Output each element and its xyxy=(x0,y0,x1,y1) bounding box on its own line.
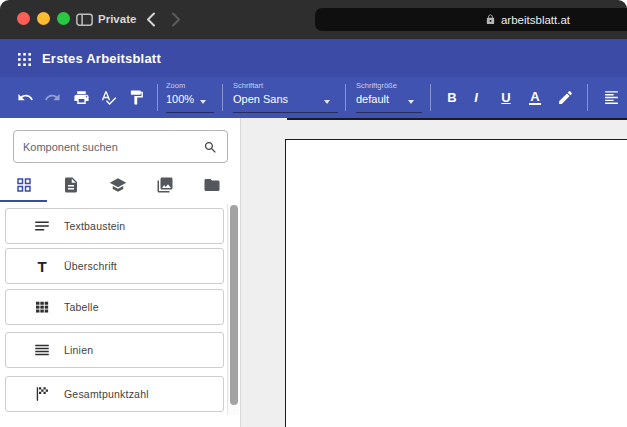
toolbar-divider xyxy=(222,84,223,111)
zoom-window-button[interactable] xyxy=(57,12,70,25)
font-size-dropdown[interactable]: Schriftgröße default xyxy=(356,81,422,113)
component-label: Überschrift xyxy=(64,260,117,272)
title-letter-icon: T xyxy=(32,256,52,276)
grid-view-icon xyxy=(15,176,33,194)
apps-grid-icon[interactable] xyxy=(18,52,31,70)
component-card-ueberschrift[interactable]: T Überschrift xyxy=(5,248,224,284)
page-title: Erstes Arbeitsblatt xyxy=(42,51,161,66)
lock-icon xyxy=(485,14,496,25)
toolbar-divider xyxy=(157,84,158,111)
text-color-button[interactable]: A xyxy=(524,86,546,108)
component-card-textbaustein[interactable]: Textbaustein xyxy=(5,208,224,244)
photo-library-icon xyxy=(156,176,174,194)
url-text: arbeitsblatt.at xyxy=(501,14,570,26)
close-window-button[interactable] xyxy=(17,12,30,25)
toolbar-divider xyxy=(587,84,588,111)
search-input[interactable] xyxy=(14,131,227,162)
component-label: Gesamtpunktzahl xyxy=(64,388,149,400)
tab-media[interactable] xyxy=(142,170,189,200)
worksheet-page[interactable] xyxy=(285,139,627,427)
print-button[interactable] xyxy=(70,86,92,108)
school-icon xyxy=(109,176,127,194)
undo-button[interactable] xyxy=(14,86,36,108)
toolbar-divider xyxy=(430,84,431,111)
folder-icon xyxy=(203,176,221,194)
italic-button[interactable]: I xyxy=(465,86,487,108)
app-header: Erstes Arbeitsblatt xyxy=(0,39,627,77)
tab-components[interactable] xyxy=(0,170,47,200)
sidebar-scrollbar-track xyxy=(227,204,239,415)
component-label: Textbaustein xyxy=(64,220,125,232)
redo-button[interactable] xyxy=(41,86,63,108)
canvas-top-border xyxy=(287,118,627,120)
main-content: Textbaustein T Überschrift Tabelle xyxy=(0,118,627,427)
format-paint-button[interactable] xyxy=(125,86,147,108)
component-label: Linien xyxy=(64,344,93,356)
tab-documents[interactable] xyxy=(47,170,94,200)
tab-folders[interactable] xyxy=(189,170,236,200)
align-left-button[interactable] xyxy=(600,86,622,108)
component-search-box xyxy=(13,130,228,163)
component-card-linien[interactable]: Linien xyxy=(5,332,224,368)
sidebar-scrollbar-thumb[interactable] xyxy=(230,205,238,405)
font-family-label: Schriftart xyxy=(233,81,338,90)
private-browsing-label: Private xyxy=(98,13,136,25)
minimize-window-button[interactable] xyxy=(37,12,50,25)
stacked-lines-icon xyxy=(32,340,52,360)
sidebar-tab-bar xyxy=(0,170,236,200)
font-family-dropdown[interactable]: Schriftart Open Sans xyxy=(233,81,338,113)
font-size-label: Schriftgröße xyxy=(356,81,422,90)
zoom-label: Zoom xyxy=(166,81,214,90)
zoom-value: 100% xyxy=(166,93,214,105)
chevron-down-icon xyxy=(408,100,414,104)
zoom-dropdown[interactable]: Zoom 100% xyxy=(166,81,214,113)
search-icon xyxy=(203,140,218,159)
edit-pencil-button[interactable] xyxy=(554,86,576,108)
sidebar-toggle-icon[interactable] xyxy=(76,13,93,26)
active-tab-indicator xyxy=(0,200,47,202)
toolbar-divider xyxy=(345,84,346,111)
component-label: Tabelle xyxy=(64,301,99,313)
browser-window: Private arbeitsblatt.at Erstes Arbeitsbl… xyxy=(0,0,627,427)
back-button[interactable] xyxy=(146,12,156,27)
url-bar[interactable]: arbeitsblatt.at xyxy=(315,8,627,31)
tab-templates[interactable] xyxy=(94,170,141,200)
underline-button[interactable]: U xyxy=(495,86,517,108)
component-sidebar: Textbaustein T Überschrift Tabelle xyxy=(0,118,241,427)
bold-button[interactable]: B xyxy=(441,86,463,108)
text-lines-icon xyxy=(32,216,52,236)
canvas-area xyxy=(241,118,627,427)
chevron-down-icon xyxy=(200,100,206,104)
browser-chrome: Private arbeitsblatt.at xyxy=(0,0,627,39)
document-icon xyxy=(62,176,80,194)
spellcheck-button[interactable] xyxy=(97,86,119,108)
font-family-value: Open Sans xyxy=(233,93,338,105)
table-grid-icon xyxy=(32,297,52,317)
component-card-gesamtpunktzahl[interactable]: Gesamtpunktzahl xyxy=(5,376,224,412)
chevron-down-icon xyxy=(324,100,330,104)
component-card-tabelle[interactable]: Tabelle xyxy=(5,289,224,325)
editor-toolbar: Zoom 100% Schriftart Open Sans Schriftgr… xyxy=(0,77,627,118)
forward-button[interactable] xyxy=(171,12,181,27)
checkered-flag-icon xyxy=(32,384,52,404)
